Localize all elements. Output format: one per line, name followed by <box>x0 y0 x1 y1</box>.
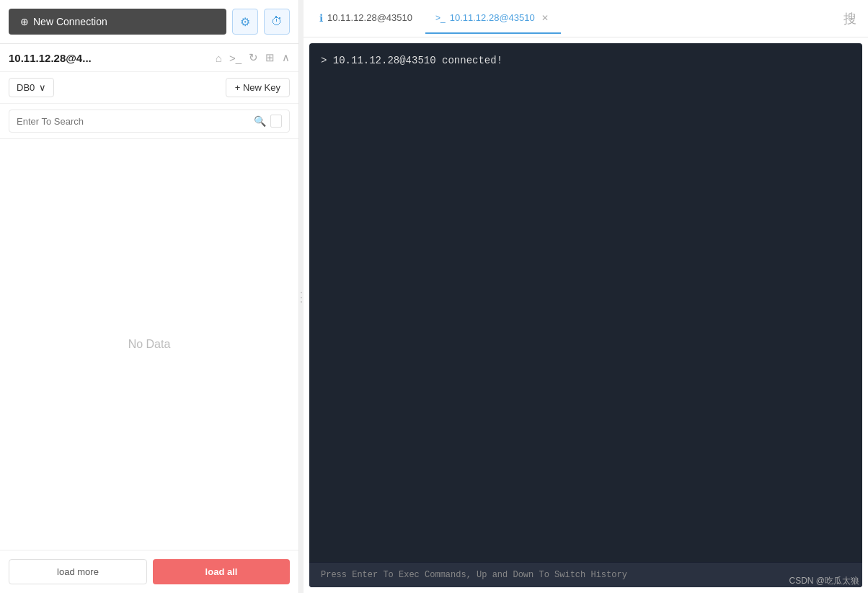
tab-terminal[interactable]: >_ 10.11.12.28@43510 ✕ <box>425 4 561 34</box>
settings-button[interactable]: ⚙ <box>232 9 258 35</box>
tab-close-button[interactable]: ✕ <box>539 12 551 24</box>
new-connection-button[interactable]: ⊕ New Connection <box>9 9 226 35</box>
terminal-icon[interactable]: >_ <box>229 52 242 64</box>
db-label: DB0 <box>17 82 35 93</box>
terminal-body[interactable]: > 10.11.12.28@43510 connected! <box>309 43 862 562</box>
search-input-wrap: 🔍 <box>9 110 290 133</box>
tab-terminal-label: 10.11.12.28@43510 <box>450 12 535 23</box>
connection-actions: ⌂ >_ ↻ ⊞ ∧ <box>216 51 290 64</box>
new-connection-label: New Connection <box>33 16 107 27</box>
search-row: 🔍 <box>0 104 298 139</box>
db-selector[interactable]: DB0 ∨ <box>9 78 54 97</box>
new-key-label: + New Key <box>235 82 280 93</box>
collapse-icon[interactable]: ∧ <box>282 51 290 64</box>
tab-bar: ℹ 10.11.12.28@43510 >_ 10.11.12.28@43510… <box>304 0 868 37</box>
clock-icon: ⏱ <box>271 15 283 28</box>
info-icon: ℹ <box>319 12 323 24</box>
no-data-message: No Data <box>0 139 298 550</box>
terminal-footer: Press Enter To Exec Commands, Up and Dow… <box>309 562 862 587</box>
gear-icon: ⚙ <box>240 15 250 29</box>
plus-icon: ⊕ <box>20 16 29 27</box>
terminal-tab-icon: >_ <box>435 13 446 23</box>
search-input[interactable] <box>17 116 249 127</box>
top-toolbar: ⊕ New Connection ⚙ ⏱ <box>0 0 298 44</box>
chevron-down-icon: ∨ <box>39 82 46 93</box>
history-button[interactable]: ⏱ <box>264 9 290 35</box>
home-icon[interactable]: ⌂ <box>216 52 222 64</box>
grid-icon[interactable]: ⊞ <box>265 51 275 64</box>
load-all-button[interactable]: load all <box>153 559 290 584</box>
terminal-connected-message: > 10.11.12.28@43510 connected! <box>321 55 851 66</box>
terminal-container: > 10.11.12.28@43510 connected! Press Ent… <box>309 43 862 587</box>
search-clear-button[interactable] <box>270 115 282 128</box>
tab-info[interactable]: ℹ 10.11.12.28@43510 <box>309 4 422 34</box>
right-panel: ℹ 10.11.12.28@43510 >_ 10.11.12.28@43510… <box>304 0 868 593</box>
connection-header: 10.11.12.28@4... ⌂ >_ ↻ ⊞ ∧ <box>0 44 298 72</box>
new-key-button[interactable]: + New Key <box>226 78 290 97</box>
terminal-hint: Press Enter To Exec Commands, Up and Dow… <box>321 570 627 580</box>
more-tabs-button[interactable]: 搜 <box>838 7 862 30</box>
panel-divider[interactable] <box>299 0 304 593</box>
more-icon: 搜 <box>843 12 856 26</box>
db-row: DB0 ∨ + New Key <box>0 72 298 104</box>
left-panel: ⊕ New Connection ⚙ ⏱ 10.11.12.28@4... ⌂ … <box>0 0 299 593</box>
search-icon: 🔍 <box>254 115 266 127</box>
tab-info-label: 10.11.12.28@43510 <box>327 12 412 23</box>
refresh-icon[interactable]: ↻ <box>249 51 258 64</box>
connection-title: 10.11.12.28@4... <box>9 52 210 64</box>
watermark: CSDN @吃瓜太狼 <box>789 575 859 587</box>
bottom-buttons: load more load all <box>0 550 298 593</box>
load-more-button[interactable]: load more <box>9 559 147 584</box>
